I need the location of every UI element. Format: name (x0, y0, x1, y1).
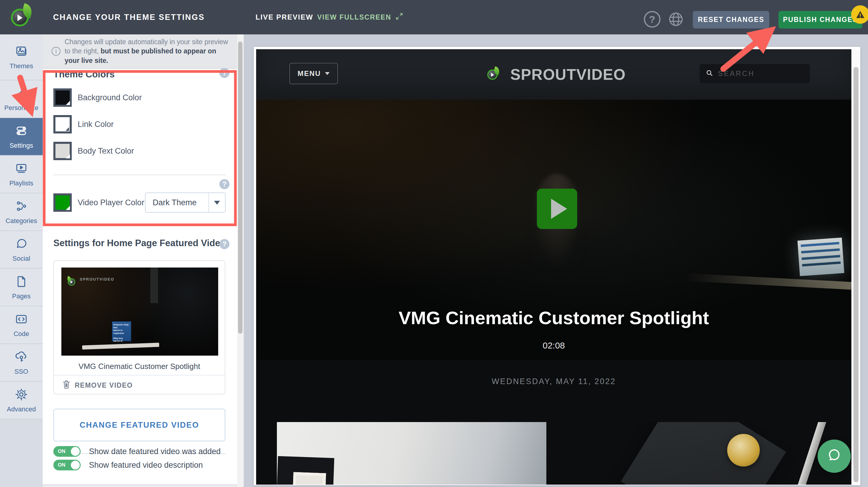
panel-title: CHANGE YOUR THEME SETTINGS (53, 0, 205, 34)
trash-icon (62, 379, 70, 391)
sidebar-item-code[interactable]: Code (0, 306, 43, 344)
sidebar-label: Personalize (4, 104, 38, 112)
sidebar-item-sso[interactable]: SSO (0, 344, 43, 382)
help-icon[interactable]: ? (644, 11, 660, 28)
sidebar-nav: Themes Personalize Settings (0, 0, 43, 487)
reset-changes-button[interactable]: RESET CHANGES (693, 11, 769, 28)
hero-video-title: VMG Cinematic Customer Spotlight (256, 307, 851, 328)
sproutvideo-logo-icon (10, 6, 33, 29)
player-theme-dropdown[interactable]: Dark Theme (145, 192, 226, 213)
featured-video-card: SPROUTVIDEO Grayson help, thisbarrel is … (53, 261, 225, 394)
thumbnail-coin (727, 434, 760, 466)
body-text-color-swatch[interactable] (53, 142, 72, 160)
featured-date-line: WEDNESDAY, MAY 11, 2022 (256, 377, 851, 386)
hero-play-button[interactable] (537, 189, 577, 229)
advanced-gear-icon (14, 388, 28, 402)
background-color-swatch[interactable] (53, 88, 72, 107)
sidebar-item-categories[interactable]: Categories (0, 193, 43, 231)
sso-cloud-key-icon (14, 350, 28, 365)
toggle-state-label: ON (58, 462, 65, 468)
sidebar-item-pages[interactable]: Pages (0, 269, 43, 306)
globe-icon[interactable] (668, 11, 684, 28)
view-fullscreen-link[interactable]: VIEW FULLSCREEN (317, 0, 403, 34)
toggle-knob (71, 447, 80, 456)
chevron-down-icon (325, 72, 330, 75)
sidebar-label: Themes (9, 62, 33, 70)
featured-video-name: VMG Cinematic Customer Spotlight (54, 362, 225, 371)
site-brand-text: SPROUTVIDEO (510, 65, 626, 83)
app-window: CHANGE YOUR THEME SETTINGS LIVE PREVIEW … (0, 0, 868, 487)
publish-warning-badge (851, 5, 868, 24)
hero-table-edge (685, 273, 851, 290)
featured-video-help-icon[interactable]: ? (219, 239, 229, 249)
panel-footer-strip (43, 485, 237, 487)
preview-scrollbar-thumb[interactable] (854, 67, 859, 482)
chevron-down-icon (214, 201, 220, 205)
sproutvideo-watermark-icon (67, 277, 71, 281)
change-featured-video-button[interactable]: CHANGE FEATURED VIDEO (53, 409, 225, 441)
play-icon (551, 199, 567, 219)
site-preview: VMG Cinematic Customer Spotlight 02:08 S… (256, 49, 851, 485)
expand-icon (396, 12, 403, 22)
toggle-row-show-date: ON Show date featured video was added (53, 446, 221, 457)
dropdown-caret-zone (208, 193, 225, 212)
thumbnail-window-light (150, 268, 158, 303)
remove-video-label: REMOVE VIDEO (75, 382, 133, 389)
video-grid-thumbnail-1[interactable] (277, 422, 546, 485)
hero-video-duration: 02:08 (256, 340, 851, 351)
sidebar-item-themes[interactable]: Themes (0, 34, 43, 80)
card-divider (54, 375, 225, 375)
sidebar-label: Playlists (9, 179, 33, 187)
panel-scrollbar-thumb[interactable] (238, 41, 243, 334)
pages-icon (14, 275, 28, 290)
search-input[interactable] (718, 69, 810, 78)
link-color-label: Link Color (78, 120, 114, 129)
playlists-icon (14, 162, 28, 177)
code-icon (14, 312, 28, 327)
sidebar-item-playlists[interactable]: Playlists (0, 156, 43, 193)
app-logo[interactable] (0, 0, 43, 34)
menu-label: MENU (298, 69, 321, 78)
toggle-row-show-description: ON Show featured video description (53, 460, 203, 470)
publish-changes-button[interactable]: PUBLISH CHANGES (778, 11, 862, 28)
preview-scrollbar (852, 49, 860, 485)
hero-video-area: VMG Cinematic Customer Spotlight 02:08 (256, 100, 851, 360)
sidebar-label: SSO (14, 368, 28, 375)
live-preview-label: LIVE PREVIEW (255, 0, 313, 34)
site-menu-button[interactable]: MENU (289, 63, 338, 84)
site-search-box[interactable] (700, 64, 810, 83)
chat-launcher-button[interactable] (817, 439, 851, 473)
info-banner: i Changes will update automatically in y… (43, 34, 237, 69)
video-player-color-swatch[interactable] (53, 193, 72, 212)
show-description-toggle[interactable]: ON (53, 460, 81, 470)
view-fullscreen-label: VIEW FULLSCREEN (317, 13, 391, 21)
toggle-label: Show featured video description (89, 461, 203, 470)
info-icon: i (52, 47, 60, 56)
section-divider (53, 174, 225, 175)
sidebar-item-social[interactable]: Social (0, 231, 43, 269)
video-player-help-icon[interactable]: ? (219, 179, 229, 189)
thumbnail-monitor: Grayson help, thisbarrel is explosive Wa… (111, 320, 132, 345)
sidebar-label: Pages (12, 293, 31, 300)
sidebar-item-advanced[interactable]: Advanced (0, 382, 43, 419)
personalize-icon (14, 86, 28, 101)
remove-video-button[interactable]: REMOVE VIDEO (62, 379, 133, 391)
body-text-color-label: Body Text Color (78, 147, 134, 156)
featured-video-thumbnail[interactable]: SPROUTVIDEO Grayson help, thisbarrel is … (61, 268, 218, 356)
site-brand-icon (487, 68, 500, 81)
site-preview-frame: VMG Cinematic Customer Spotlight 02:08 S… (254, 47, 860, 485)
show-date-toggle[interactable]: ON (53, 446, 81, 457)
toggle-label: Show date featured video was added (89, 447, 221, 456)
panel-scrollbar (237, 34, 244, 487)
sidebar-item-settings[interactable]: Settings (0, 118, 43, 156)
player-theme-value: Dark Theme (146, 198, 208, 207)
thumbnail-slab (621, 422, 786, 485)
thumbnail-picture-frame (277, 456, 334, 485)
link-color-swatch[interactable] (53, 115, 72, 133)
theme-colors-help-icon[interactable]: ? (219, 68, 229, 78)
thumbnail-watermark: SPROUTVIDEO (67, 274, 115, 284)
sidebar-item-personalize[interactable]: Personalize (0, 80, 43, 118)
video-grid-thumbnail-2[interactable] (561, 422, 830, 485)
background-color-label: Background Color (78, 93, 142, 102)
help-glyph: ? (649, 13, 655, 25)
